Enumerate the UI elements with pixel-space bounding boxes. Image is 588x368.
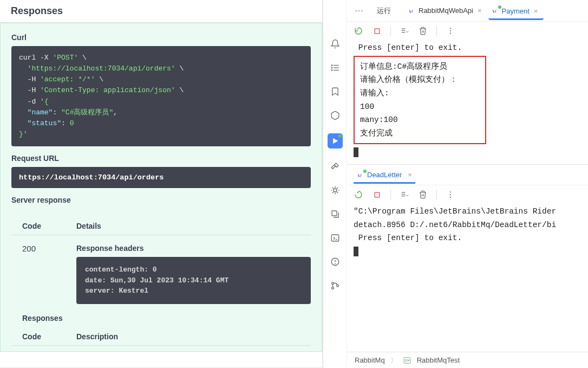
svg-point-24	[450, 33, 451, 34]
kebab-icon[interactable]	[446, 190, 455, 199]
svg-marker-6	[333, 138, 338, 144]
status-code: 200	[22, 244, 76, 304]
svg-point-16	[336, 285, 338, 287]
request-url-label: Request URL	[11, 154, 311, 163]
scroll-icon[interactable]	[400, 26, 409, 36]
close-icon[interactable]: ×	[478, 7, 482, 15]
col-code: Code	[22, 222, 76, 230]
svg-point-15	[331, 287, 334, 289]
dotnet-icon	[492, 7, 499, 15]
responses-header: Responses	[0, 0, 322, 23]
kebab-icon[interactable]	[446, 26, 455, 36]
highlight-box: 订单信息:C#高级程序员请输入价格（模拟支付）：请输入:100many:100支…	[354, 56, 486, 145]
stop-icon[interactable]	[372, 190, 382, 199]
warning-icon[interactable]	[329, 256, 341, 268]
terminal-icon[interactable]	[329, 232, 341, 244]
svg-point-5	[331, 70, 332, 71]
run-tabs-bar: ⋯ 运行 RabbitMqWebApi × Payment ×	[347, 0, 588, 22]
dotnet-icon	[408, 7, 416, 15]
svg-point-23	[450, 30, 451, 31]
more-icon[interactable]: ⋯	[351, 5, 367, 16]
svg-point-14	[331, 282, 334, 285]
svg-point-32	[450, 197, 451, 198]
svg-text:C#: C#	[405, 359, 409, 362]
curl-label: Curl	[11, 33, 311, 42]
tab-payment[interactable]: Payment ×	[488, 5, 544, 20]
cursor	[354, 147, 358, 157]
request-url[interactable]: https://localhost:7034/api/orders	[11, 167, 311, 188]
ide-panel: ⋯ 运行 RabbitMqWebApi × Payment ×	[323, 0, 588, 368]
stop-icon[interactable]	[372, 26, 382, 36]
svg-point-13	[335, 263, 335, 264]
bug-icon[interactable]	[329, 184, 341, 196]
hammer-icon[interactable]	[329, 160, 341, 172]
col-code-2: Code	[22, 332, 76, 341]
csharp-icon: C#	[403, 357, 411, 364]
svg-point-22	[450, 28, 451, 29]
bookmark-icon[interactable]	[329, 86, 341, 98]
deadletter-tabs: DeadLetter ×	[348, 165, 588, 185]
breadcrumb: RabbitMq 〉 C# RabbitMqTest	[347, 352, 588, 368]
responses-title: Responses	[11, 5, 311, 17]
close-icon[interactable]: ×	[534, 7, 538, 15]
rerun-icon[interactable]	[354, 190, 363, 199]
ide-main: ⋯ 运行 RabbitMqWebApi × Payment ×	[347, 0, 588, 368]
tab-deadletter[interactable]: DeadLetter ×	[354, 166, 415, 183]
console-toolbar-2	[347, 185, 588, 204]
cursor	[354, 247, 358, 256]
deadletter-console[interactable]: "C:\Program Files\JetBrains\JetBrains Ri…	[347, 204, 588, 264]
git-icon[interactable]	[329, 280, 341, 292]
server-response-label: Server response	[11, 196, 311, 204]
svg-rect-9	[331, 235, 339, 241]
table-row: 200 Response headers content-length: 0 d…	[1, 235, 322, 309]
svg-marker-17	[357, 28, 358, 29]
swagger-panel: Responses Curl curl -X 'POST' \ 'https:/…	[0, 0, 323, 368]
dotnet-icon	[357, 171, 364, 179]
close-icon[interactable]: ×	[408, 171, 412, 179]
response-table-head: Code Details	[11, 216, 311, 235]
hexagon-icon[interactable]	[329, 109, 341, 121]
response-headers-box[interactable]: content-length: 0 date: Sun,30 Jul 2023 …	[76, 257, 311, 304]
crumb-leaf[interactable]: RabbitMqTest	[417, 356, 460, 364]
svg-point-7	[334, 189, 337, 192]
tool-strip	[323, 0, 347, 368]
col-details: Details	[76, 222, 101, 230]
svg-rect-8	[332, 211, 337, 216]
svg-point-31	[450, 194, 451, 195]
svg-rect-18	[375, 29, 380, 34]
crumb-root[interactable]: RabbitMq	[355, 356, 385, 364]
col-description: Description	[76, 332, 118, 341]
svg-point-4	[331, 67, 332, 68]
curl-code[interactable]: curl -X 'POST' \ 'https://localhost:7034…	[11, 46, 311, 146]
bell-icon[interactable]	[329, 38, 341, 50]
svg-point-3	[331, 65, 332, 66]
list-icon[interactable]	[329, 62, 341, 74]
run-label: 运行	[377, 6, 391, 16]
stack-icon[interactable]	[329, 208, 341, 220]
svg-marker-25	[357, 191, 358, 193]
tab-rabbitmqwebapi[interactable]: RabbitMqWebApi ×	[405, 4, 485, 17]
responses-subheader: Responses	[1, 309, 322, 327]
trash-icon[interactable]	[418, 26, 428, 36]
rerun-icon[interactable]	[354, 26, 363, 36]
trash-icon[interactable]	[418, 190, 428, 199]
svg-rect-26	[375, 192, 380, 197]
payment-console[interactable]: Press [enter] to exit.订单信息:C#高级程序员请输入价格（…	[347, 40, 588, 164]
svg-point-30	[450, 191, 451, 192]
response-headers-label: Response headers	[76, 244, 311, 253]
responses-table-head: Code Description	[11, 327, 311, 346]
console-toolbar	[347, 22, 588, 40]
chevron-right-icon: 〉	[390, 356, 397, 365]
scroll-icon[interactable]	[400, 190, 409, 199]
run-icon[interactable]	[328, 133, 343, 149]
